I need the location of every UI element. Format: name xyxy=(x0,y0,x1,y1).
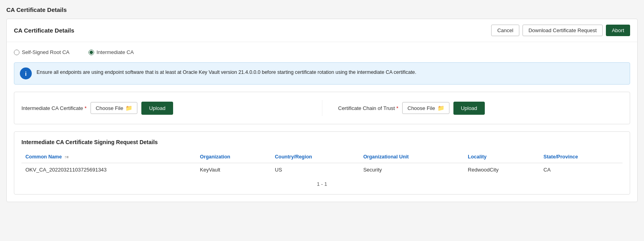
choose-file-btn-1[interactable]: Choose File 📁 xyxy=(91,102,137,114)
choose-file-label-2: Choose File xyxy=(407,105,435,111)
upload-btn-1[interactable]: Upload xyxy=(141,102,173,115)
csr-details-table: Common Name ↑≡ Organization Country/Regi… xyxy=(21,151,623,176)
upload-section: Intermediate CA Certificate * Choose Fil… xyxy=(14,92,630,124)
cell-organization: KeyVault xyxy=(196,163,271,177)
table-section-title: Intermediate CA Certificate Signing Requ… xyxy=(21,139,623,145)
col-locality: Locality xyxy=(464,151,540,163)
cell-commonName: OKV_CA_20220321103725691343 xyxy=(21,163,196,177)
col-common-name[interactable]: Common Name ↑≡ xyxy=(21,151,196,163)
cell-stateProvince: CA xyxy=(540,163,623,177)
abort-button[interactable]: Abort xyxy=(606,25,630,36)
card-body: Self-Signed Root CA Intermediate CA i En… xyxy=(7,42,637,202)
choose-file-btn-2[interactable]: Choose File 📁 xyxy=(402,102,449,114)
table-header-row: Common Name ↑≡ Organization Country/Regi… xyxy=(21,151,623,163)
file-icon-2: 📁 xyxy=(438,105,444,111)
col-state-province: State/Province xyxy=(540,151,623,163)
cell-locality: RedwoodCity xyxy=(464,163,540,177)
pagination: 1 - 1 xyxy=(21,176,623,187)
required-star-1: * xyxy=(85,105,87,111)
card-header: CA Certificate Details Cancel Download C… xyxy=(7,19,637,42)
intermediate-ca-upload-label: Intermediate CA Certificate * xyxy=(21,105,87,111)
info-banner: i Ensure all endpoints are using endpoin… xyxy=(14,62,630,85)
col-organization: Organization xyxy=(196,151,271,163)
cert-chain-upload-label: Certificate Chain of Trust * xyxy=(338,105,399,111)
self-signed-label: Self-Signed Root CA xyxy=(22,49,69,55)
self-signed-radio[interactable] xyxy=(14,50,19,55)
info-text: Ensure all endpoints are using endpoint … xyxy=(37,67,416,76)
col-country-region: Country/Region xyxy=(271,151,359,163)
card-title: CA Certificate Details xyxy=(14,27,74,34)
cert-chain-upload-field: Certificate Chain of Trust * Choose File… xyxy=(338,102,623,115)
required-star-2: * xyxy=(396,105,398,111)
header-buttons: Cancel Download Certificate Request Abor… xyxy=(491,25,630,36)
col-org-unit: Organizational Unit xyxy=(359,151,464,163)
intermediate-ca-radio[interactable] xyxy=(89,50,94,55)
choose-file-label-1: Choose File xyxy=(96,105,123,111)
table-section: Intermediate CA Certificate Signing Requ… xyxy=(14,131,630,195)
radio-self-signed[interactable]: Self-Signed Root CA xyxy=(14,49,69,55)
cell-orgUnit: Security xyxy=(359,163,464,177)
intermediate-ca-label: Intermediate CA xyxy=(96,49,134,55)
file-icon-1: 📁 xyxy=(125,105,132,111)
upload-btn-2[interactable]: Upload xyxy=(453,102,485,115)
main-card: CA Certificate Details Cancel Download C… xyxy=(6,19,638,202)
cell-countryRegion: US xyxy=(271,163,359,177)
info-icon: i xyxy=(20,67,32,79)
intermediate-ca-upload-field: Intermediate CA Certificate * Choose Fil… xyxy=(21,102,306,115)
radio-options: Self-Signed Root CA Intermediate CA xyxy=(14,49,630,55)
table-row: OKV_CA_20220321103725691343KeyVaultUSSec… xyxy=(21,163,623,177)
download-cert-button[interactable]: Download Certificate Request xyxy=(523,25,603,36)
radio-intermediate-ca[interactable]: Intermediate CA xyxy=(89,49,134,55)
upload-divider xyxy=(322,100,322,116)
cancel-button[interactable]: Cancel xyxy=(491,25,519,36)
sort-icon: ↑≡ xyxy=(64,155,69,159)
page-title: CA Certificate Details xyxy=(6,6,638,13)
